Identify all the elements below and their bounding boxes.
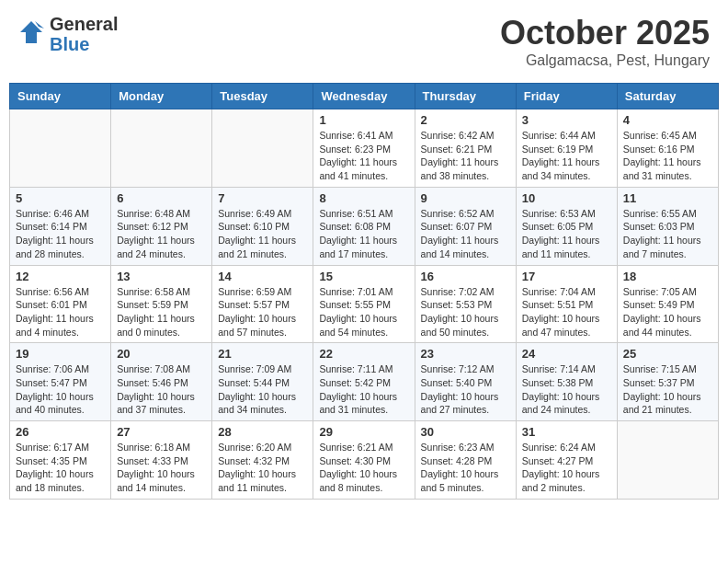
- day-number: 2: [421, 113, 510, 127]
- weekday-header-saturday: Saturday: [617, 84, 718, 109]
- day-info: Sunrise: 6:42 AMSunset: 6:21 PMDaylight:…: [421, 129, 510, 183]
- logo-icon: [18, 19, 44, 49]
- day-number: 9: [421, 191, 510, 205]
- day-cell: 16Sunrise: 7:02 AMSunset: 5:53 PMDayligh…: [415, 265, 516, 343]
- day-number: 22: [319, 347, 408, 361]
- day-number: 5: [16, 191, 105, 205]
- week-row-1: 1Sunrise: 6:41 AMSunset: 6:23 PMDaylight…: [10, 109, 719, 188]
- day-info: Sunrise: 7:05 AMSunset: 5:49 PMDaylight:…: [623, 285, 712, 339]
- day-info: Sunrise: 6:52 AMSunset: 6:07 PMDaylight:…: [421, 207, 510, 261]
- day-cell: 2Sunrise: 6:42 AMSunset: 6:21 PMDaylight…: [415, 109, 516, 188]
- title-block: October 2025 Galgamacsa, Pest, Hungary: [500, 14, 710, 69]
- weekday-header-tuesday: Tuesday: [212, 84, 313, 109]
- day-number: 28: [218, 425, 307, 439]
- day-info: Sunrise: 7:02 AMSunset: 5:53 PMDaylight:…: [421, 285, 510, 339]
- day-info: Sunrise: 6:55 AMSunset: 6:03 PMDaylight:…: [623, 207, 712, 261]
- day-number: 4: [623, 113, 712, 127]
- day-info: Sunrise: 6:23 AMSunset: 4:28 PMDaylight:…: [421, 441, 510, 495]
- week-row-5: 26Sunrise: 6:17 AMSunset: 4:35 PMDayligh…: [10, 421, 719, 500]
- day-info: Sunrise: 7:08 AMSunset: 5:46 PMDaylight:…: [117, 362, 206, 417]
- day-cell: 24Sunrise: 7:14 AMSunset: 5:38 PMDayligh…: [516, 343, 617, 421]
- day-number: 25: [623, 347, 712, 361]
- day-cell: 23Sunrise: 7:12 AMSunset: 5:40 PMDayligh…: [415, 343, 516, 421]
- day-cell: 17Sunrise: 7:04 AMSunset: 5:51 PMDayligh…: [516, 265, 617, 343]
- day-cell: 11Sunrise: 6:55 AMSunset: 6:03 PMDayligh…: [617, 187, 718, 265]
- location: Galgamacsa, Pest, Hungary: [500, 52, 710, 69]
- day-number: 17: [522, 270, 611, 283]
- day-cell: [617, 421, 718, 500]
- day-info: Sunrise: 7:15 AMSunset: 5:37 PMDaylight:…: [623, 362, 712, 417]
- day-number: 6: [117, 191, 206, 205]
- day-info: Sunrise: 7:09 AMSunset: 5:44 PMDaylight:…: [218, 362, 307, 417]
- day-info: Sunrise: 6:24 AMSunset: 4:27 PMDaylight:…: [522, 441, 611, 495]
- calendar: SundayMondayTuesdayWednesdayThursdayFrid…: [9, 83, 719, 500]
- day-number: 8: [319, 191, 408, 205]
- day-number: 16: [421, 270, 510, 283]
- day-cell: [111, 109, 212, 188]
- day-cell: 28Sunrise: 6:20 AMSunset: 4:32 PMDayligh…: [212, 421, 313, 500]
- day-info: Sunrise: 6:17 AMSunset: 4:35 PMDaylight:…: [16, 441, 105, 495]
- day-number: 31: [522, 425, 611, 439]
- day-info: Sunrise: 6:41 AMSunset: 6:23 PMDaylight:…: [319, 129, 408, 183]
- day-number: 12: [16, 270, 105, 283]
- day-cell: 20Sunrise: 7:08 AMSunset: 5:46 PMDayligh…: [111, 343, 212, 421]
- day-number: 20: [117, 347, 206, 361]
- day-cell: 8Sunrise: 6:51 AMSunset: 6:08 PMDaylight…: [313, 187, 415, 265]
- day-number: 18: [623, 270, 712, 283]
- day-info: Sunrise: 7:12 AMSunset: 5:40 PMDaylight:…: [421, 362, 510, 417]
- day-info: Sunrise: 7:14 AMSunset: 5:38 PMDaylight:…: [522, 362, 611, 417]
- day-info: Sunrise: 6:49 AMSunset: 6:10 PMDaylight:…: [218, 207, 307, 261]
- weekday-header-sunday: Sunday: [10, 84, 111, 109]
- weekday-header-thursday: Thursday: [415, 84, 516, 109]
- day-cell: 12Sunrise: 6:56 AMSunset: 6:01 PMDayligh…: [10, 265, 111, 343]
- page-header: General Blue October 2025 Galgamacsa, Pe…: [9, 9, 719, 74]
- logo-general: General: [50, 14, 118, 34]
- day-cell: 14Sunrise: 6:59 AMSunset: 5:57 PMDayligh…: [212, 265, 313, 343]
- day-cell: 30Sunrise: 6:23 AMSunset: 4:28 PMDayligh…: [415, 421, 516, 500]
- day-number: 21: [218, 347, 307, 361]
- day-number: 27: [117, 425, 206, 439]
- day-cell: 9Sunrise: 6:52 AMSunset: 6:07 PMDaylight…: [415, 187, 516, 265]
- day-number: 29: [319, 425, 408, 439]
- day-cell: 4Sunrise: 6:45 AMSunset: 6:16 PMDaylight…: [617, 109, 718, 188]
- day-info: Sunrise: 7:06 AMSunset: 5:47 PMDaylight:…: [16, 362, 105, 417]
- day-number: 24: [522, 347, 611, 361]
- day-cell: 10Sunrise: 6:53 AMSunset: 6:05 PMDayligh…: [516, 187, 617, 265]
- day-info: Sunrise: 6:58 AMSunset: 5:59 PMDaylight:…: [117, 285, 206, 339]
- day-info: Sunrise: 6:56 AMSunset: 6:01 PMDaylight:…: [16, 285, 105, 339]
- logo: General Blue: [18, 14, 118, 54]
- logo-blue: Blue: [50, 34, 89, 54]
- day-info: Sunrise: 7:01 AMSunset: 5:55 PMDaylight:…: [319, 285, 408, 339]
- day-cell: 13Sunrise: 6:58 AMSunset: 5:59 PMDayligh…: [111, 265, 212, 343]
- day-info: Sunrise: 6:21 AMSunset: 4:30 PMDaylight:…: [319, 441, 408, 495]
- day-number: 11: [623, 191, 712, 205]
- week-row-2: 5Sunrise: 6:46 AMSunset: 6:14 PMDaylight…: [10, 187, 719, 265]
- day-cell: 21Sunrise: 7:09 AMSunset: 5:44 PMDayligh…: [212, 343, 313, 421]
- day-cell: 22Sunrise: 7:11 AMSunset: 5:42 PMDayligh…: [313, 343, 415, 421]
- day-number: 15: [319, 270, 408, 283]
- month-title: October 2025: [500, 14, 710, 52]
- day-cell: 19Sunrise: 7:06 AMSunset: 5:47 PMDayligh…: [10, 343, 111, 421]
- day-info: Sunrise: 6:44 AMSunset: 6:19 PMDaylight:…: [522, 129, 611, 183]
- weekday-header-monday: Monday: [111, 84, 212, 109]
- day-cell: 5Sunrise: 6:46 AMSunset: 6:14 PMDaylight…: [10, 187, 111, 265]
- day-number: 1: [319, 113, 408, 127]
- day-number: 7: [218, 191, 307, 205]
- day-cell: 6Sunrise: 6:48 AMSunset: 6:12 PMDaylight…: [111, 187, 212, 265]
- day-info: Sunrise: 6:18 AMSunset: 4:33 PMDaylight:…: [117, 441, 206, 495]
- day-info: Sunrise: 6:46 AMSunset: 6:14 PMDaylight:…: [16, 207, 105, 261]
- day-number: 13: [117, 270, 206, 283]
- day-info: Sunrise: 7:11 AMSunset: 5:42 PMDaylight:…: [319, 362, 408, 417]
- day-number: 3: [522, 113, 611, 127]
- weekday-header-wednesday: Wednesday: [313, 84, 415, 109]
- day-cell: 31Sunrise: 6:24 AMSunset: 4:27 PMDayligh…: [516, 421, 617, 500]
- weekday-header-row: SundayMondayTuesdayWednesdayThursdayFrid…: [10, 84, 719, 109]
- day-info: Sunrise: 7:04 AMSunset: 5:51 PMDaylight:…: [522, 285, 611, 339]
- day-cell: 3Sunrise: 6:44 AMSunset: 6:19 PMDaylight…: [516, 109, 617, 188]
- day-cell: 18Sunrise: 7:05 AMSunset: 5:49 PMDayligh…: [617, 265, 718, 343]
- weekday-header-friday: Friday: [516, 84, 617, 109]
- day-cell: 29Sunrise: 6:21 AMSunset: 4:30 PMDayligh…: [313, 421, 415, 500]
- week-row-4: 19Sunrise: 7:06 AMSunset: 5:47 PMDayligh…: [10, 343, 719, 421]
- day-cell: 7Sunrise: 6:49 AMSunset: 6:10 PMDaylight…: [212, 187, 313, 265]
- day-cell: 26Sunrise: 6:17 AMSunset: 4:35 PMDayligh…: [10, 421, 111, 500]
